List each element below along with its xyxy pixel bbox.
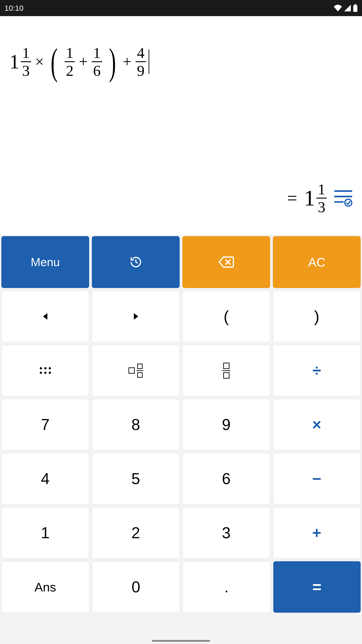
mixed-fraction-icon <box>128 364 143 378</box>
status-bar: 10:10 <box>0 0 362 16</box>
equals-label: = <box>312 578 322 596</box>
numerator: 1 <box>92 45 102 60</box>
fraction-2: 1 2 <box>64 45 75 78</box>
open-paren: ( <box>51 48 58 75</box>
triangle-right-icon <box>132 312 140 320</box>
multiply-op: × <box>35 53 44 71</box>
lparen-label: ( <box>224 308 229 325</box>
fraction-row: ÷ <box>1 345 361 396</box>
digit-3-button[interactable]: 3 <box>182 507 270 558</box>
equals-button[interactable]: = <box>273 561 361 613</box>
svg-rect-1 <box>353 5 358 12</box>
digit-2-button[interactable]: 2 <box>92 507 180 558</box>
digit-label: 9 <box>222 416 231 434</box>
digit-4-button[interactable]: 4 <box>1 453 89 504</box>
minus-button[interactable]: − <box>273 453 361 504</box>
rparen-label: ) <box>314 308 319 325</box>
status-time: 10:10 <box>4 4 23 12</box>
fraction-button[interactable] <box>182 345 270 396</box>
cursor-left-button[interactable] <box>1 291 89 342</box>
multiply-label: × <box>312 416 321 434</box>
numerator: 1 <box>21 45 31 60</box>
open-paren-button[interactable]: ( <box>182 291 270 342</box>
mixed-fraction-1: 1 1 3 <box>9 45 31 78</box>
decimal-button[interactable]: . <box>183 561 271 613</box>
numerator: 4 <box>136 45 146 60</box>
digit-label: 4 <box>41 470 50 488</box>
close-paren: ) <box>109 48 116 75</box>
digit-label: 5 <box>131 470 140 488</box>
fraction: 1 3 <box>21 45 31 78</box>
multiply-button[interactable]: × <box>273 399 361 450</box>
result: = 1 1 3 <box>287 182 353 215</box>
history-icon <box>130 256 142 268</box>
divide-button[interactable]: ÷ <box>273 345 361 396</box>
top-row: Menu AC <box>1 236 361 288</box>
ac-label: AC <box>308 255 326 270</box>
battery-icon <box>353 4 358 12</box>
cursor-right-button[interactable] <box>92 291 180 342</box>
digit-5-button[interactable]: 5 <box>92 453 180 504</box>
digit-8-button[interactable]: 8 <box>92 399 180 450</box>
dots-grid-icon <box>40 367 51 374</box>
fraction-4: 4 9 <box>136 45 146 78</box>
result-mixed: 1 1 3 <box>304 182 327 215</box>
equals-sign: = <box>287 188 297 208</box>
more-functions-button[interactable] <box>1 345 89 396</box>
numerator: 1 <box>317 182 327 197</box>
triangle-left-icon <box>41 312 49 320</box>
bottom-row: Ans 0 . = <box>1 561 361 613</box>
display-area[interactable]: 1 1 3 × ( 1 2 + 1 6 ) + 4 9 = <box>0 16 362 235</box>
whole-part: 1 <box>304 187 315 209</box>
menu-button[interactable]: Menu <box>1 236 89 288</box>
plus-button[interactable]: + <box>273 507 361 558</box>
nav-row: ( ) <box>1 291 361 342</box>
digit-9-button[interactable]: 9 <box>182 399 270 450</box>
denominator: 6 <box>92 63 102 78</box>
expression: 1 1 3 × ( 1 2 + 1 6 ) + 4 9 <box>9 45 149 78</box>
row-456: 4 5 6 − <box>1 453 361 504</box>
digit-label: 2 <box>131 524 140 542</box>
digit-label: 6 <box>222 470 231 488</box>
dot-label: . <box>224 578 229 596</box>
whole-part: 1 <box>9 52 19 72</box>
denominator: 3 <box>317 200 327 215</box>
digit-6-button[interactable]: 6 <box>182 453 270 504</box>
digit-label: 0 <box>132 578 140 596</box>
divide-label: ÷ <box>312 362 321 380</box>
digit-label: 1 <box>41 524 50 542</box>
close-paren-button[interactable]: ) <box>273 291 361 342</box>
backspace-icon <box>218 256 234 268</box>
digit-label: 8 <box>131 416 140 434</box>
nav-handle[interactable] <box>152 640 210 642</box>
plus-op: + <box>79 53 88 71</box>
fraction-3: 1 6 <box>92 45 102 78</box>
row-123: 1 2 3 + <box>1 507 361 558</box>
minus-label: − <box>312 470 321 488</box>
result-format-icon[interactable] <box>334 189 353 208</box>
svg-rect-0 <box>354 4 356 5</box>
ans-button[interactable]: Ans <box>1 561 89 613</box>
digit-1-button[interactable]: 1 <box>1 507 89 558</box>
input-cursor <box>149 50 149 74</box>
status-icons <box>334 4 358 12</box>
signal-icon <box>344 5 351 12</box>
digit-7-button[interactable]: 7 <box>1 399 89 450</box>
denominator: 3 <box>21 63 31 78</box>
digit-0-button[interactable]: 0 <box>92 561 180 613</box>
digit-label: 3 <box>222 524 231 542</box>
denominator: 2 <box>64 63 75 78</box>
fraction: 1 3 <box>317 182 327 215</box>
wifi-icon <box>334 5 342 12</box>
numerator: 1 <box>64 45 75 60</box>
mixed-fraction-button[interactable] <box>92 345 180 396</box>
plus-op: + <box>123 53 131 71</box>
svg-point-5 <box>345 199 352 206</box>
all-clear-button[interactable]: AC <box>273 236 361 288</box>
fraction-icon <box>222 363 230 378</box>
ans-label: Ans <box>35 580 56 594</box>
row-789: 7 8 9 × <box>1 399 361 450</box>
denominator: 9 <box>136 63 146 78</box>
backspace-button[interactable] <box>182 236 270 288</box>
history-button[interactable] <box>92 236 180 288</box>
